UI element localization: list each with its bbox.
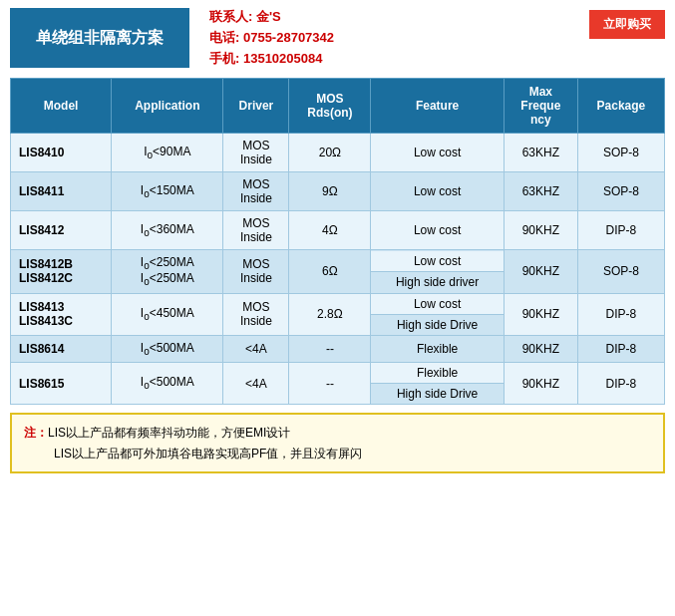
- cell-feature: Low cost: [371, 172, 504, 211]
- table-row: LIS8412BLIS8412C Io<250MAIo<250MA MOSIns…: [11, 250, 665, 294]
- cell-feature-top: Low cost: [371, 251, 503, 272]
- title-box: 单绕组非隔离方案: [10, 8, 189, 68]
- cell-package: SOP-8: [577, 172, 664, 211]
- page-wrapper: 单绕组非隔离方案 联系人: 金'S 电话: 0755-28707342 手机: …: [0, 0, 675, 473]
- col-package: Package: [577, 79, 664, 134]
- col-model: Model: [11, 79, 112, 134]
- col-mos-rds: MOSRds(on): [289, 79, 371, 134]
- cell-driver: MOSInside: [223, 134, 289, 172]
- cell-package: DIP-8: [577, 293, 664, 335]
- cell-package: SOP-8: [577, 134, 664, 172]
- cell-model: LIS8412BLIS8412C: [11, 250, 112, 294]
- cell-driver: MOSInside: [223, 172, 289, 211]
- cell-package: DIP-8: [577, 363, 664, 405]
- col-max-freq: MaxFrequency: [504, 79, 577, 134]
- note-label: 注：: [24, 426, 48, 440]
- cell-application: Io<500MA: [112, 363, 223, 405]
- note-section: 注：LIS以上产品都有频率抖动功能，方便EMI设计 LIS以上产品都可外加填谷电…: [10, 413, 665, 473]
- contact-info: 联系人: 金'S 电话: 0755-28707342 手机: 135102050…: [209, 8, 334, 68]
- cell-model: LIS8410: [11, 134, 112, 172]
- cell-max-freq: 90KHZ: [504, 363, 577, 405]
- table-row: LIS8410 Io<90MA MOSInside 20Ω Low cost 6…: [11, 134, 665, 172]
- cell-max-freq: 90KHZ: [504, 335, 577, 362]
- cell-driver: MOSInside: [223, 250, 289, 294]
- table-row: LIS8411 Io<150MA MOSInside 9Ω Low cost 6…: [11, 172, 665, 211]
- cell-driver: MOSInside: [223, 293, 289, 335]
- col-driver: Driver: [223, 79, 289, 134]
- cell-max-freq: 90KHZ: [504, 211, 577, 250]
- cell-feature: Flexible: [371, 335, 504, 362]
- contact-person: 联系人: 金'S: [209, 8, 334, 26]
- cell-application: Io<500MA: [112, 335, 223, 362]
- cell-feature: Low cost High side Drive: [371, 293, 504, 335]
- header-section: 单绕组非隔离方案 联系人: 金'S 电话: 0755-28707342 手机: …: [0, 0, 675, 72]
- cell-model: LIS8615: [11, 363, 112, 405]
- table-header-row: Model Application Driver MOSRds(on) Feat…: [11, 79, 665, 134]
- cell-max-freq: 90KHZ: [504, 293, 577, 335]
- cell-model: LIS8412: [11, 211, 112, 250]
- cell-driver: <4A: [223, 363, 289, 405]
- cell-application: Io<360MA: [112, 211, 223, 250]
- buy-button[interactable]: 立即购买: [589, 10, 665, 39]
- contact-mobile: 手机: 13510205084: [209, 50, 334, 68]
- cell-mos-rds: 9Ω: [289, 172, 371, 211]
- cell-feature-bottom: High side driver: [371, 271, 503, 292]
- cell-mos-rds: 20Ω: [289, 134, 371, 172]
- note-line2: LIS以上产品都可外加填谷电路实现高PF值，并且没有屏闪: [24, 447, 362, 461]
- cell-mos-rds: 6Ω: [289, 250, 371, 294]
- table-container: Model Application Driver MOSRds(on) Feat…: [0, 72, 675, 405]
- cell-feature: Flexible High side Drive: [371, 363, 504, 405]
- cell-application: Io<450MA: [112, 293, 223, 335]
- cell-model: LIS8411: [11, 172, 112, 211]
- cell-mos-rds: 4Ω: [289, 211, 371, 250]
- note-line1: LIS以上产品都有频率抖动功能，方便EMI设计: [48, 426, 290, 440]
- cell-feature-top: Flexible: [371, 363, 503, 384]
- cell-mos-rds: --: [289, 335, 371, 362]
- cell-feature: Low cost: [371, 211, 504, 250]
- cell-feature-bottom: High side Drive: [371, 314, 503, 335]
- cell-mos-rds: --: [289, 363, 371, 405]
- cell-model: LIS8614: [11, 335, 112, 362]
- cell-package: DIP-8: [577, 335, 664, 362]
- table-row: LIS8615 Io<500MA <4A -- Flexible High si…: [11, 363, 665, 405]
- cell-feature-bottom: High side Drive: [371, 384, 503, 405]
- cell-feature: Low cost: [371, 134, 504, 172]
- table-row: LIS8412 Io<360MA MOSInside 4Ω Low cost 9…: [11, 211, 665, 250]
- cell-driver: MOSInside: [223, 211, 289, 250]
- cell-application: Io<250MAIo<250MA: [112, 250, 223, 294]
- cell-feature: Low cost High side driver: [371, 250, 504, 294]
- col-feature: Feature: [371, 79, 504, 134]
- top-right-area: 立即购买: [589, 8, 665, 68]
- cell-application: Io<150MA: [112, 172, 223, 211]
- cell-model: LIS8413LIS8413C: [11, 293, 112, 335]
- cell-package: DIP-8: [577, 211, 664, 250]
- cell-max-freq: 63KHZ: [504, 134, 577, 172]
- table-row: LIS8413LIS8413C Io<450MA MOSInside 2.8Ω …: [11, 293, 665, 335]
- cell-driver: <4A: [223, 335, 289, 362]
- cell-max-freq: 90KHZ: [504, 250, 577, 294]
- col-application: Application: [112, 79, 223, 134]
- cell-package: SOP-8: [577, 250, 664, 294]
- cell-mos-rds: 2.8Ω: [289, 293, 371, 335]
- page-title: 单绕组非隔离方案: [36, 28, 164, 49]
- cell-feature-top: Low cost: [371, 294, 503, 315]
- cell-application: Io<90MA: [112, 134, 223, 172]
- cell-max-freq: 63KHZ: [504, 172, 577, 211]
- table-row: LIS8614 Io<500MA <4A -- Flexible 90KHZ D…: [11, 335, 665, 362]
- contact-phone: 电话: 0755-28707342: [209, 29, 334, 47]
- product-table: Model Application Driver MOSRds(on) Feat…: [10, 78, 665, 405]
